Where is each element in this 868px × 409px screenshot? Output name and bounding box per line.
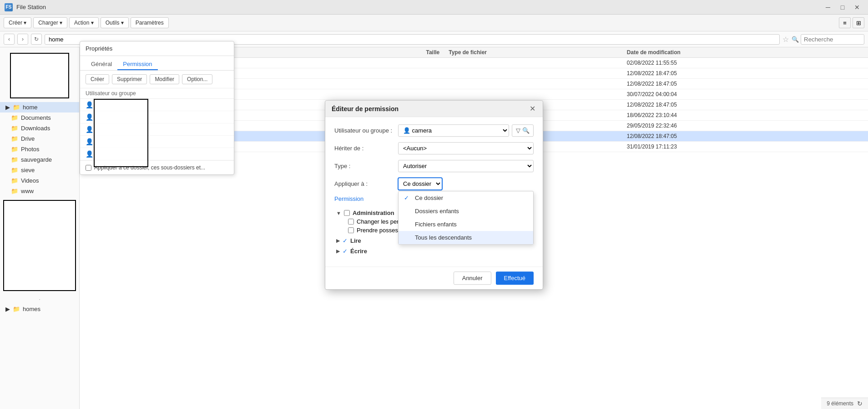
user-group-row: Utilisateur ou groupe : 👤 camera ▽ 🔍 — [334, 124, 534, 137]
sidebar-item-label-documents: Documents — [21, 114, 51, 121]
thumbnail-area — [10, 53, 69, 98]
sidebar-item-photos[interactable]: 📁 Photos — [0, 144, 79, 154]
perm-tree-item-ecrire: ▶ ✓ Écrire — [334, 247, 534, 256]
sidebar-item-www[interactable]: 📁 www — [0, 186, 79, 196]
check-mark-2: ✓ — [404, 221, 411, 228]
expand-icon-lire[interactable]: ▶ — [336, 238, 340, 244]
forward-button[interactable]: › — [17, 34, 28, 45]
tab-permission[interactable]: Permission — [117, 59, 157, 70]
inherit-label: Hériter de : — [334, 145, 398, 152]
permission-editor-title: Éditeur de permission — [332, 105, 399, 112]
dropdown-label-2: Fichiers enfants — [415, 221, 457, 228]
cancel-button[interactable]: Annuler — [454, 271, 491, 285]
sidebar-item-label-sieve: sieve — [21, 167, 35, 174]
sidebar-item-drive[interactable]: 📁 Drive — [0, 133, 79, 144]
check-mark-1: ✓ — [404, 208, 411, 215]
perm-creer-button[interactable]: Créer — [86, 74, 109, 84]
user-group-control: 👤 camera ▽ 🔍 — [398, 124, 534, 137]
dropdown-label-3: Tous les descendants — [415, 234, 472, 241]
file-date-0: 02/08/2022 11:55:55 — [627, 60, 864, 66]
sidebar-item-videos[interactable]: 📁 Videos — [0, 175, 79, 186]
expand-icon-administration[interactable]: ▼ — [336, 210, 341, 216]
status-bar: 9 éléments ↻ — [821, 398, 868, 409]
arrow-icon: ▶ — [5, 104, 10, 111]
sidebar-item-sauvegarde[interactable]: 📁 sauvegarde — [0, 154, 79, 165]
expand-icon-ecrire[interactable]: ▶ — [336, 248, 340, 254]
action-button[interactable]: Action ▾ — [69, 17, 99, 28]
user-icon: 👤 — [86, 126, 93, 133]
apply-to-control-wrapper: Ce dossier ✓ Ce dossier ✓ Dossiers enfan… — [398, 178, 534, 190]
apply-to-select[interactable]: Ce dossier — [398, 178, 442, 190]
apply-checkbox[interactable] — [86, 165, 91, 171]
charger-button[interactable]: Charger ▾ — [33, 17, 67, 28]
tab-general[interactable]: Général — [86, 59, 117, 70]
folder-icon-downloads: 📁 — [11, 125, 18, 132]
search-input[interactable] — [801, 34, 864, 45]
properties-tabs: Général Permission — [80, 56, 234, 71]
folder-icon-drive: 📁 — [11, 135, 18, 142]
file-date-2: 12/08/2022 18:47:05 — [627, 81, 864, 87]
search-icon: 🔍 — [792, 36, 799, 43]
permission-editor-header: Éditeur de permission ✕ — [325, 101, 543, 117]
sidebar-item-label-photos: Photos — [21, 146, 39, 153]
perm-options-button[interactable]: Option... — [182, 74, 212, 84]
sidebar-item-homes[interactable]: ▶ 📁 homes — [0, 304, 79, 314]
minimize-button[interactable]: ─ — [822, 2, 834, 12]
user-group-select[interactable]: 👤 camera — [398, 124, 509, 137]
perm-supprimer-button[interactable]: Supprimer — [112, 74, 147, 84]
file-date-4: 12/08/2022 18:47:05 — [627, 102, 864, 108]
checkbox-changer-permissions[interactable] — [348, 219, 354, 225]
refresh-status-button[interactable]: ↻ — [857, 400, 863, 407]
sidebar-item-label-homes: homes — [23, 306, 40, 312]
dropdown-item-ce-dossier[interactable]: ✓ Ce dossier — [399, 191, 533, 204]
dropdown-item-tous-descendants[interactable]: ✓ Tous les descendants — [399, 231, 533, 244]
sidebar-item-downloads[interactable]: 📁 Downloads — [0, 123, 79, 133]
apply-to-dropdown: ✓ Ce dossier ✓ Dossiers enfants ✓ Fichie… — [398, 191, 534, 245]
bookmark-button[interactable]: ☆ — [782, 35, 789, 44]
type-label: Type : — [334, 163, 398, 169]
filter-button[interactable]: ▽ 🔍 — [512, 124, 534, 137]
sidebar-item-sieve[interactable]: 📁 sieve — [0, 165, 79, 175]
arrow-icon-homes: ▶ — [5, 306, 10, 312]
folder-icon-photos: 📁 — [11, 146, 18, 153]
inherit-select[interactable]: <Aucun> — [398, 142, 534, 154]
apply-to-row: Appliquer à : Ce dossier ✓ Ce dossier ✓ … — [334, 178, 534, 190]
properties-title: Propriétés — [80, 41, 234, 56]
dialog-close-button[interactable]: ✕ — [529, 104, 536, 113]
confirm-button[interactable]: Effectué — [496, 271, 534, 285]
col-type-header: Type de fichier — [449, 49, 627, 56]
type-select[interactable]: Autoriser — [398, 160, 534, 172]
checkbox-prendre-possession[interactable] — [348, 227, 354, 233]
sidebar-item-home[interactable]: ▶ 📁 home — [0, 102, 79, 112]
permission-editor-footer: Annuler Effectué — [325, 266, 543, 289]
sidebar-preview-area — [3, 200, 76, 291]
parametres-button[interactable]: Paramètres — [131, 17, 169, 28]
folder-icon-www: 📁 — [11, 188, 18, 194]
perm-table-header: Utilisateur ou groupe — [80, 88, 234, 99]
maximize-button[interactable]: □ — [836, 2, 849, 12]
creer-button[interactable]: Créer ▾ — [4, 17, 31, 28]
file-date-1: 12/08/2022 18:47:05 — [627, 70, 864, 77]
close-button[interactable]: ✕ — [851, 2, 863, 12]
checked-icon-ecrire: ✓ — [343, 248, 348, 255]
properties-panel: Propriétés Général Permission Créer Supp… — [80, 41, 234, 175]
file-date-8: 31/01/2019 17:11:23 — [627, 143, 864, 150]
file-date-5: 18/06/2022 23:10:44 — [627, 112, 864, 118]
redacted-overlay — [94, 99, 148, 167]
titlebar-title: File Station — [16, 4, 822, 10]
file-date-6: 29/05/2019 22:32:46 — [627, 123, 864, 129]
list-view-button[interactable]: ≡ — [839, 17, 851, 28]
back-button[interactable]: ‹ — [4, 34, 15, 45]
sidebar-item-documents[interactable]: 📁 Documents — [0, 112, 79, 123]
perm-modifier-button[interactable]: Modifier — [150, 74, 179, 84]
user-icon: 👤 — [86, 138, 93, 145]
checkbox-administration[interactable] — [344, 210, 350, 216]
dropdown-item-dossiers-enfants[interactable]: ✓ Dossiers enfants — [399, 204, 533, 218]
perm-table-rows: 👤 👤 👤 👤 👤 — [80, 99, 234, 160]
inherit-row: Hériter de : <Aucun> — [334, 142, 534, 154]
dropdown-item-fichiers-enfants[interactable]: ✓ Fichiers enfants — [399, 218, 533, 231]
grid-view-button[interactable]: ⊞ — [853, 17, 864, 28]
refresh-button[interactable]: ↻ — [31, 34, 42, 45]
permission-editor-dialog: Éditeur de permission ✕ Utilisateur ou g… — [325, 100, 543, 290]
outils-button[interactable]: Outils ▾ — [101, 17, 129, 28]
